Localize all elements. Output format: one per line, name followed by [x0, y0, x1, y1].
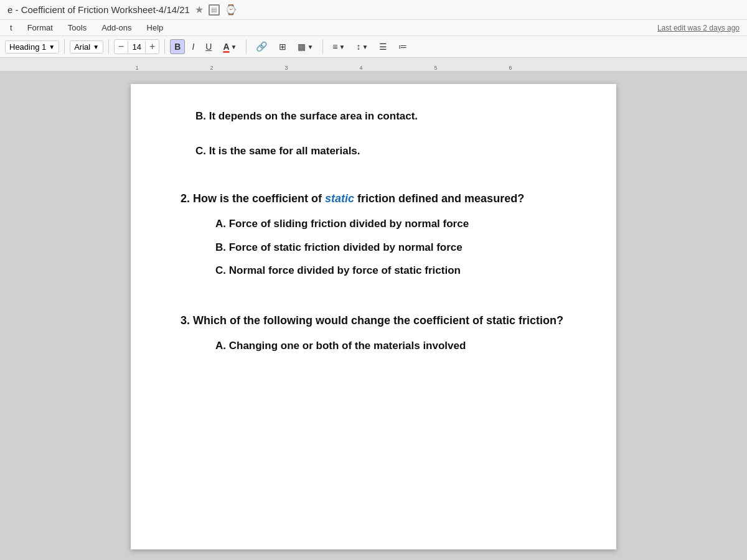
last-edit-label: Last edit was 2 days ago	[657, 24, 740, 32]
font-chevron-icon: ▼	[93, 44, 99, 50]
star-icon[interactable]: ★	[195, 4, 204, 16]
image-button[interactable]: ⊞	[275, 39, 291, 54]
q3-answer-a-block: A. Changing one or both of the materials…	[200, 338, 566, 353]
answer-b-text: B. It depends on the surface area in con…	[195, 109, 566, 124]
font-select-label: Arial	[74, 42, 90, 52]
heading-chevron-icon: ▼	[49, 44, 55, 50]
align-icon: ≡	[332, 42, 337, 52]
heading-select-label: Heading 1	[9, 42, 46, 52]
divider-2	[108, 39, 109, 54]
menu-item-help[interactable]: Help	[144, 22, 166, 34]
link-icon: 🔗	[256, 41, 268, 52]
font-size-controls: − 14 +	[114, 39, 159, 54]
image-icon: ⊞	[279, 42, 286, 52]
divider-1	[64, 39, 65, 54]
italic-button[interactable]: I	[187, 39, 199, 54]
q2-answer-c-block: C. Normal force divided by force of stat…	[200, 263, 566, 278]
color-chevron-icon: ▼	[231, 44, 237, 50]
numbered-list-button[interactable]: ≔	[394, 39, 411, 54]
ruler-mark-6: 6	[509, 65, 512, 71]
spacer-1	[181, 179, 566, 191]
heading-select[interactable]: Heading 1 ▼	[5, 40, 59, 54]
link-button[interactable]: 🔗	[251, 39, 272, 55]
q2-number: 2.	[181, 192, 190, 205]
answer-b-block: B. It depends on the surface area in con…	[181, 109, 566, 124]
font-size-value: 14	[128, 41, 145, 53]
spacer-2	[181, 298, 566, 313]
menu-bar: t Format Tools Add-ons Help Last edit wa…	[0, 20, 747, 36]
q2-prefix: How is the coefficient of	[193, 192, 325, 205]
table-button[interactable]: ▦ ▼	[293, 39, 317, 54]
divider-4	[246, 39, 247, 54]
table-icon: ▦	[298, 42, 306, 52]
table-chevron-icon: ▼	[307, 44, 313, 50]
ruler-mark-4: 4	[359, 65, 362, 71]
q3-answer-a: A. Changing one or both of the materials…	[215, 338, 566, 353]
q2-answer-a: A. Force of sliding friction divided by …	[215, 217, 566, 231]
numbered-list-icon: ≔	[398, 42, 407, 52]
menu-item-addons[interactable]: Add-ons	[99, 22, 134, 34]
ruler-mark-3: 3	[284, 65, 288, 71]
question-3-text: 3. Which of the following would change t…	[181, 313, 566, 329]
text-color-a-label: A	[223, 42, 229, 52]
q2-answer-b-block: B. Force of static friction divided by n…	[200, 240, 566, 255]
q2-answer-b: B. Force of static friction divided by n…	[215, 240, 566, 255]
title-bar: e - Coefficient of Friction Worksheet-4/…	[0, 0, 747, 20]
question-2-text: 2. How is the coefficient of static fric…	[181, 191, 566, 207]
menu-item-tools[interactable]: Tools	[65, 22, 89, 34]
q2-answer-a-block: A. Force of sliding friction divided by …	[200, 217, 566, 231]
divider-3	[164, 39, 165, 54]
font-size-decrease-button[interactable]: −	[115, 40, 128, 54]
align-button[interactable]: ≡ ▼	[328, 39, 349, 54]
title-text: e - Coefficient of Friction Worksheet-4/…	[7, 4, 190, 15]
menu-item-t[interactable]: t	[7, 22, 15, 34]
document-page[interactable]: B. It depends on the surface area in con…	[131, 84, 616, 549]
cloud-icon[interactable]: ⌚	[225, 4, 237, 16]
divider-5	[322, 39, 323, 54]
list-button[interactable]: ☰	[375, 39, 392, 54]
q3-body: Which of the following would change the …	[193, 314, 563, 327]
q3-number: 3.	[181, 314, 190, 327]
question-2-block: 2. How is the coefficient of static fric…	[181, 191, 566, 279]
ruler-mark-2: 2	[210, 65, 213, 71]
toolbar: Heading 1 ▼ Arial ▼ − 14 + B I U A ▼ 🔗	[0, 36, 747, 58]
text-color-button[interactable]: A ▼	[218, 39, 241, 54]
line-spacing-button[interactable]: ↕ ▼	[352, 39, 372, 54]
answer-c-block: C. It is the same for all materials.	[181, 144, 566, 159]
spacing-chevron-icon: ▼	[362, 44, 368, 50]
bold-button[interactable]: B	[170, 39, 185, 54]
ruler-mark-1: 1	[135, 65, 138, 71]
menu-item-format[interactable]: Format	[25, 22, 55, 34]
align-chevron-icon: ▼	[339, 44, 345, 50]
font-select[interactable]: Arial ▼	[70, 40, 103, 54]
underline-button[interactable]: U	[201, 39, 216, 54]
question-3-block: 3. Which of the following would change t…	[181, 313, 566, 353]
answer-c-text: C. It is the same for all materials.	[195, 144, 566, 159]
line-spacing-icon: ↕	[356, 42, 360, 52]
q2-answer-c: C. Normal force divided by force of stat…	[215, 263, 566, 278]
list-icon: ☰	[379, 42, 387, 52]
font-size-increase-button[interactable]: +	[146, 40, 159, 54]
ruler-mark-5: 5	[434, 65, 437, 71]
q2-suffix: friction defined and measured?	[354, 192, 524, 205]
document-area: B. It depends on the surface area in con…	[0, 72, 747, 560]
ruler: 1 2 3 4 5 6	[0, 58, 747, 72]
drive-icon[interactable]: ▤	[209, 4, 220, 16]
q2-italic-word: static	[325, 192, 354, 205]
